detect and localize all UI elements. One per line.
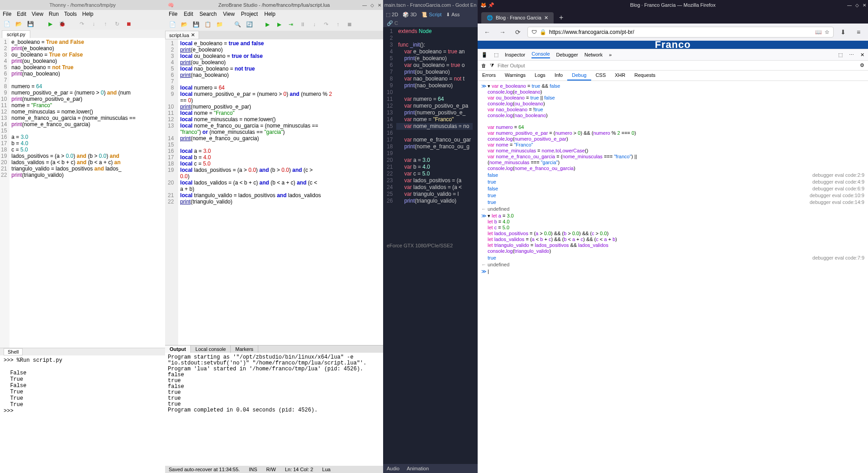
menu-project[interactable]: Project <box>241 11 258 17</box>
close-devtools-icon[interactable]: ✕ <box>860 52 864 58</box>
pause-icon[interactable]: ⏸ <box>298 20 307 29</box>
pocket-icon[interactable]: ⬇ <box>837 26 849 38</box>
step-into-icon[interactable]: ↓ <box>310 20 319 29</box>
maximize-icon[interactable]: ◇ <box>370 3 374 8</box>
gd-code[interactable]: extends Nodefunc _init(): var e_booleano… <box>396 27 473 241</box>
console-row: truedebugger eval code:7:9 <box>478 255 868 261</box>
new-file-icon[interactable]: 📄 <box>3 20 11 28</box>
menu-help[interactable]: Help <box>82 11 94 17</box>
reader-icon[interactable]: 📖 <box>815 29 822 35</box>
bookmark-icon[interactable]: ☆ <box>825 29 830 35</box>
menu-edit[interactable]: Edit <box>184 11 193 17</box>
step-over-icon[interactable]: ↷ <box>78 20 86 28</box>
tab-markers[interactable]: Markers <box>231 345 258 353</box>
gd-tab-ass[interactable]: ⬇ Ass <box>446 12 460 18</box>
project-icon[interactable]: 📁 <box>215 20 224 29</box>
minimize-icon[interactable]: — <box>362 3 367 8</box>
menu-edit[interactable]: Edit <box>17 11 26 17</box>
back-button[interactable]: ← <box>481 26 493 38</box>
minimize-icon[interactable]: — <box>847 3 852 8</box>
thonny-editor[interactable]: 12345678910111213141516171819202122 e_bo… <box>0 38 165 348</box>
subtab-errors[interactable]: Errors <box>478 71 500 80</box>
menu-help[interactable]: Help <box>264 11 275 17</box>
ff-tab[interactable]: 🌐 Blog · Franco Garcia ✕ <box>481 12 554 24</box>
menu-tools[interactable]: Tools <box>64 11 77 17</box>
console-output[interactable]: ≫▾ var e_booleano = true && false consol… <box>478 81 868 473</box>
save-all-icon[interactable]: 📋 <box>203 20 212 29</box>
subtab-xhr[interactable]: XHR <box>610 71 630 80</box>
tab-output[interactable]: Output <box>165 345 191 353</box>
close-icon[interactable]: ✕ <box>378 3 381 8</box>
open-icon[interactable]: 📂 <box>14 20 23 28</box>
thonny-file-tab[interactable]: script.py <box>2 30 30 38</box>
filter-input[interactable] <box>498 63 856 68</box>
zb-code[interactable]: local e_booleano = true and falseprint(e… <box>178 39 334 345</box>
subtab-logs[interactable]: Logs <box>530 71 550 80</box>
zb-output[interactable]: Program starting as '"/opt/zbstudio/bin/… <box>165 353 383 466</box>
zb-editor[interactable]: 12345678910111213141516171819202122 loca… <box>165 39 383 345</box>
run-icon[interactable]: ▶ <box>263 20 272 29</box>
gd-editor[interactable]: 1234567891011121314151617181920212223242… <box>383 27 478 241</box>
menu-run[interactable]: Run <box>49 11 59 17</box>
subtab-requests[interactable]: Requests <box>630 71 660 80</box>
close-tab-icon[interactable]: ✕ <box>544 15 548 21</box>
devtools-menu-icon[interactable]: ⋯ <box>849 52 854 58</box>
run-icon[interactable]: ▶ <box>46 20 54 28</box>
resume-icon[interactable]: ↻ <box>113 20 121 28</box>
tab-network[interactable]: Network <box>584 52 602 57</box>
step-out-icon[interactable]: ↑ <box>333 20 342 29</box>
reload-button[interactable]: ⟳ <box>512 26 524 38</box>
open-icon[interactable]: 📂 <box>180 20 189 29</box>
inspector-icon[interactable]: ⬚ <box>494 52 498 58</box>
clear-icon[interactable]: 🗑 <box>481 63 486 68</box>
gd-bottom-audio[interactable]: Audio <box>387 466 399 471</box>
settings-icon[interactable]: ⚙ <box>860 62 864 68</box>
step-out-icon[interactable]: ↑ <box>101 20 109 28</box>
thonny-code[interactable]: e_booleano = True and Falseprint(e_boole… <box>9 38 138 348</box>
step-over-icon[interactable]: ↷ <box>322 20 331 29</box>
zb-file-tab[interactable]: script.lua ✕ <box>165 31 199 39</box>
menu-button[interactable]: ≡ <box>853 26 864 38</box>
subtab-debug[interactable]: Debug <box>567 71 591 80</box>
address-bar[interactable]: 🛡 🔒 https://www.francogarcia.com/pt-br/ … <box>527 27 834 38</box>
subtab-warnings[interactable]: Warnings <box>500 71 530 80</box>
thonny-shell[interactable]: >>> %Run script.py False True False True… <box>0 355 165 473</box>
dock-icon[interactable]: ⬚ <box>838 52 843 58</box>
menu-file[interactable]: File <box>169 11 177 17</box>
step-into-icon[interactable]: ↓ <box>90 20 98 28</box>
close-tab-icon[interactable]: ✕ <box>191 32 195 38</box>
menu-view[interactable]: View <box>32 11 43 17</box>
gd-bottom-animation[interactable]: Animation <box>407 466 429 471</box>
debug-icon[interactable]: 🐞 <box>58 20 66 28</box>
forward-button[interactable]: → <box>497 26 508 38</box>
tab-debugger[interactable]: Debugger <box>556 52 578 57</box>
run-continue-icon[interactable]: ▶ <box>275 20 284 29</box>
menu-view[interactable]: View <box>223 11 235 17</box>
shell-tab[interactable]: Shell <box>4 348 23 355</box>
menu-search[interactable]: Search <box>199 11 217 17</box>
run-to-cursor-icon[interactable]: ⇥ <box>286 20 295 29</box>
gd-bottom-tabs: AudioAnimation <box>383 464 478 473</box>
replace-icon[interactable]: 🔄 <box>245 20 254 29</box>
more-tabs-icon[interactable]: » <box>609 52 612 57</box>
menu-file[interactable]: File <box>3 11 11 17</box>
tab-inspector[interactable]: Inspector <box>505 52 525 57</box>
tab-console[interactable]: Console <box>531 51 550 58</box>
new-tab-button[interactable]: + <box>555 12 567 24</box>
device-icon[interactable]: 📱 <box>481 52 488 58</box>
new-icon[interactable]: 📄 <box>168 20 177 29</box>
gd-tab-script[interactable]: 📜 Script <box>421 12 441 18</box>
tab-local-console[interactable]: Local console <box>191 345 231 353</box>
close-icon[interactable]: ✕ <box>863 3 866 8</box>
stop-icon[interactable]: ⏹ <box>345 20 354 29</box>
gd-tab-2d[interactable]: ⬚ 2D <box>386 12 398 18</box>
subtab-css[interactable]: CSS <box>591 71 611 80</box>
shield-icon[interactable]: 🛡 <box>531 29 537 35</box>
save-icon[interactable]: 💾 <box>26 20 34 28</box>
stop-icon[interactable]: ⏹ <box>125 20 133 28</box>
maximize-icon[interactable]: ◇ <box>855 3 859 8</box>
find-icon[interactable]: 🔍 <box>233 20 242 29</box>
save-icon[interactable]: 💾 <box>191 20 200 29</box>
gd-tab-3d[interactable]: 🎲 3D <box>403 12 417 18</box>
subtab-info[interactable]: Info <box>550 71 567 80</box>
